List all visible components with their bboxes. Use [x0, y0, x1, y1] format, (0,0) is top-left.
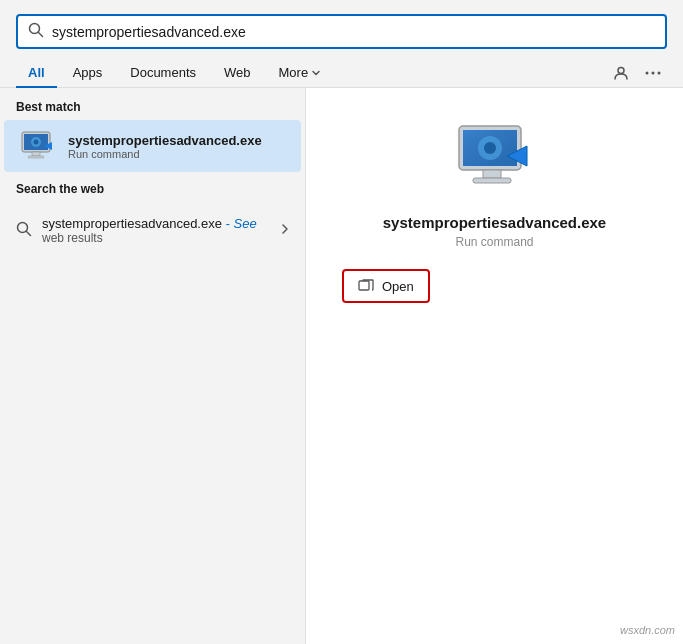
app-title: systempropertiesadvanced.exe — [383, 214, 606, 231]
best-match-text: systempropertiesadvanced.exe Run command — [68, 133, 262, 160]
svg-line-14 — [27, 232, 31, 236]
action-buttons: Open — [326, 269, 663, 303]
svg-line-1 — [39, 33, 43, 37]
left-panel: Best match — [0, 88, 305, 644]
main-content: Best match — [0, 88, 683, 644]
svg-point-5 — [658, 72, 661, 75]
see-web-text: - See — [226, 216, 257, 231]
best-match-item[interactable]: systempropertiesadvanced.exe Run command — [4, 120, 301, 172]
tab-apps[interactable]: Apps — [61, 59, 115, 88]
best-match-subtitle: Run command — [68, 148, 262, 160]
svg-rect-10 — [32, 152, 40, 156]
ellipsis-icon — [645, 71, 661, 75]
svg-rect-11 — [28, 156, 44, 158]
watermark: wsxdn.com — [620, 624, 675, 636]
sys-props-icon-large — [455, 118, 535, 198]
tab-documents[interactable]: Documents — [118, 59, 208, 88]
person-icon — [613, 65, 629, 81]
web-search-label: Search the web — [0, 182, 305, 202]
web-search-item[interactable]: systempropertiesadvanced.exe - See web r… — [0, 208, 305, 253]
more-options-button[interactable] — [639, 59, 667, 87]
search-bar — [16, 14, 667, 49]
tab-more[interactable]: More — [267, 59, 334, 88]
open-icon — [358, 278, 374, 294]
search-bar-row — [0, 0, 683, 59]
app-icon-large — [455, 118, 535, 198]
svg-point-2 — [618, 68, 624, 74]
web-search-icon — [16, 221, 32, 240]
tab-web[interactable]: Web — [212, 59, 263, 88]
web-query-line: systempropertiesadvanced.exe - See — [42, 216, 271, 231]
chevron-down-icon — [311, 68, 321, 78]
svg-point-3 — [646, 72, 649, 75]
web-results-text: web results — [42, 231, 271, 245]
nav-tabs: All Apps Documents Web More — [0, 59, 683, 88]
open-button[interactable]: Open — [342, 269, 430, 303]
best-match-label: Best match — [0, 100, 305, 120]
svg-rect-20 — [483, 170, 501, 178]
svg-point-4 — [652, 72, 655, 75]
right-panel: systempropertiesadvanced.exe Run command… — [305, 88, 683, 644]
best-match-title: systempropertiesadvanced.exe — [68, 133, 262, 148]
tab-all[interactable]: All — [16, 59, 57, 88]
web-search-text: systempropertiesadvanced.exe - See web r… — [42, 216, 271, 245]
svg-rect-23 — [359, 281, 369, 290]
chevron-right-icon — [281, 223, 289, 238]
search-icon — [28, 22, 44, 41]
web-query: systempropertiesadvanced.exe — [42, 216, 222, 231]
search-panel: All Apps Documents Web More — [0, 0, 683, 644]
section-divider: Search the web — [0, 182, 305, 202]
open-button-label: Open — [382, 279, 414, 294]
app-icon-small — [20, 128, 56, 164]
sys-props-icon-small — [20, 128, 56, 164]
svg-rect-21 — [473, 178, 511, 183]
person-icon-button[interactable] — [607, 59, 635, 87]
svg-point-9 — [34, 140, 39, 145]
svg-point-19 — [484, 142, 496, 154]
search-input[interactable] — [52, 24, 655, 40]
app-subtitle: Run command — [455, 235, 533, 249]
